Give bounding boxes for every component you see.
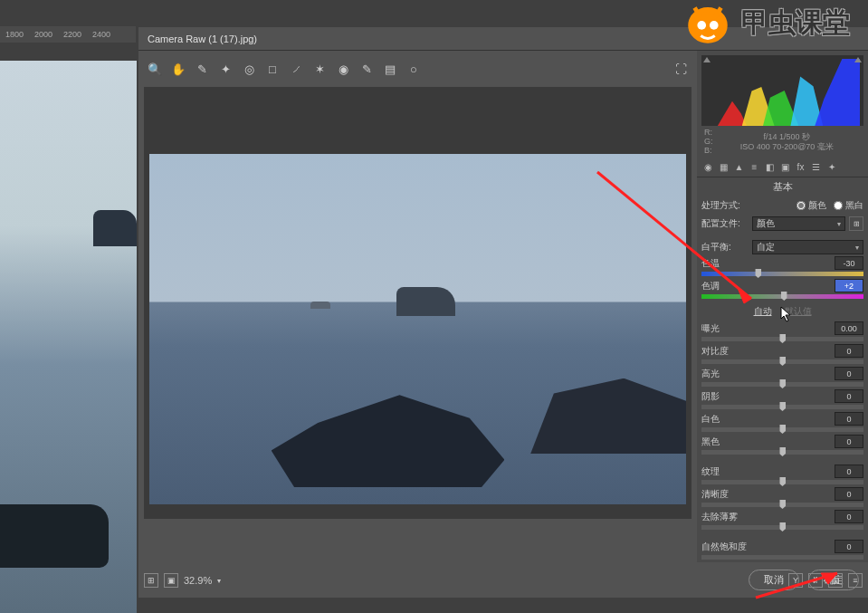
straighten-icon[interactable]: ⟋ bbox=[289, 62, 303, 76]
slider-value[interactable]: 0 bbox=[835, 487, 863, 501]
redeye-icon[interactable]: ◉ bbox=[336, 62, 350, 76]
tint-value: +2 bbox=[835, 279, 863, 292]
background-photo bbox=[0, 61, 137, 613]
eyedropper-icon[interactable]: ✎ bbox=[195, 62, 209, 76]
zoom-value[interactable]: 32.9% bbox=[184, 575, 212, 586]
watermark-logo: 甲虫课堂 bbox=[682, 0, 850, 45]
svg-point-0 bbox=[697, 21, 706, 30]
slider-阴影[interactable]: 阴影0 bbox=[697, 389, 868, 412]
expand-icon[interactable]: ⛶ bbox=[673, 62, 688, 76]
tab-fx-icon[interactable]: fx bbox=[794, 160, 807, 173]
grid-toggle-icon[interactable]: ⊞ bbox=[144, 573, 158, 588]
tab-calib-icon[interactable]: ☰ bbox=[809, 160, 823, 173]
zoom-tool-icon[interactable]: 🔍 bbox=[148, 62, 162, 76]
slider-value[interactable]: 0.00 bbox=[835, 321, 863, 335]
slider-清晰度[interactable]: 清晰度0 bbox=[697, 487, 868, 510]
histogram[interactable] bbox=[701, 55, 863, 126]
slider-value[interactable]: 0 bbox=[835, 465, 863, 478]
tab-lens-icon[interactable]: ▣ bbox=[778, 160, 792, 173]
brush-icon[interactable]: ✎ bbox=[359, 62, 374, 76]
radial-filter-icon[interactable]: ○ bbox=[406, 62, 421, 76]
slider-value[interactable]: 0 bbox=[835, 510, 863, 523]
svg-point-1 bbox=[710, 21, 719, 30]
sampler-icon[interactable]: ✦ bbox=[218, 62, 233, 76]
shadow-clip-icon[interactable] bbox=[703, 57, 711, 62]
hand-tool-icon[interactable]: ✋ bbox=[171, 62, 186, 76]
radio-bw[interactable]: 黑白 bbox=[834, 199, 863, 212]
slider-白色[interactable]: 白色0 bbox=[697, 412, 868, 435]
toolbar: 🔍 ✋ ✎ ✦ ◎ □ ⟋ ✶ ◉ ✎ ▤ ○ ⛶ bbox=[144, 58, 692, 80]
tab-preset-icon[interactable]: ✦ bbox=[825, 160, 838, 173]
slider-去除薄雾[interactable]: 去除薄雾0 bbox=[697, 510, 868, 532]
bug-logo-icon bbox=[682, 0, 734, 45]
target-adjust-icon[interactable]: ◎ bbox=[242, 62, 256, 76]
zoom-dropdown-icon[interactable]: ▾ bbox=[217, 577, 221, 585]
slider-value[interactable]: 0 bbox=[835, 344, 863, 358]
profile-grid-icon[interactable]: ⊞ bbox=[849, 216, 863, 231]
rgb-readout: R:G:B: f/14 1/500 秒 ISO 400 70-200@70 毫米 bbox=[697, 126, 868, 157]
annotation-arrow-2 bbox=[747, 566, 855, 602]
slider-value[interactable]: 0 bbox=[835, 435, 863, 448]
svg-line-2 bbox=[597, 172, 751, 299]
vibrance-slider[interactable]: 自然饱和度0 bbox=[697, 540, 868, 562]
slider-value[interactable]: 0 bbox=[835, 389, 863, 403]
slider-纹理[interactable]: 纹理0 bbox=[697, 465, 868, 487]
slider-value[interactable]: 0 bbox=[835, 367, 863, 380]
slider-value[interactable]: 0 bbox=[835, 412, 863, 426]
vibrance-value: 0 bbox=[835, 540, 863, 553]
grad-filter-icon[interactable]: ▤ bbox=[383, 62, 397, 76]
fit-icon[interactable]: ▣ bbox=[164, 573, 178, 588]
slider-黑色[interactable]: 黑色0 bbox=[697, 435, 868, 457]
footer-left: ⊞ ▣ 32.9% ▾ bbox=[144, 573, 221, 588]
spot-removal-icon[interactable]: ✶ bbox=[312, 62, 327, 76]
temperature-value: -30 bbox=[835, 256, 863, 270]
background-ruler: 1800 2000 2200 2400 bbox=[0, 26, 136, 43]
crop-tool-icon[interactable]: □ bbox=[265, 62, 280, 76]
radio-color[interactable]: 颜色 bbox=[796, 199, 826, 212]
mouse-cursor-icon bbox=[780, 306, 793, 322]
highlight-clip-icon[interactable] bbox=[854, 57, 862, 62]
slider-对比度[interactable]: 对比度0 bbox=[697, 344, 868, 367]
slider-高光[interactable]: 高光0 bbox=[697, 367, 868, 389]
annotation-arrow-1 bbox=[588, 163, 769, 326]
